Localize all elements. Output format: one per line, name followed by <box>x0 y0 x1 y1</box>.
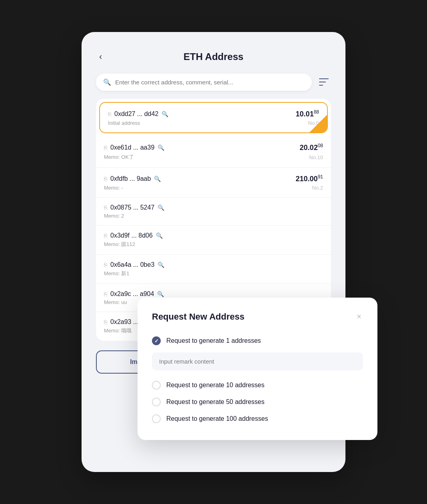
copy-icon[interactable]: ⎘ <box>104 291 107 297</box>
addr-memo: Memo: OK了 <box>104 154 134 161</box>
addr-amount: 20.0208 <box>300 143 323 152</box>
addr-bottom: Memo: 2 <box>104 213 323 219</box>
addr-left: ⎘ 0x6a4a ... 0be3 🔍 <box>104 261 164 268</box>
addr-left: ⎘ 0x3d9f ... 8d06 🔍 <box>104 232 163 239</box>
copy-icon[interactable]: ⎘ <box>104 262 107 268</box>
remark-input[interactable] <box>152 352 363 370</box>
address-item[interactable]: ⎘ 0xdd27 ... dd42 🔍 10.0188 Initial addr… <box>99 102 328 133</box>
addr-top: ⎘ 0x2a9c ... a904 🔍 <box>104 290 323 298</box>
radio-item[interactable]: Request to generate 100 addresses <box>152 410 363 427</box>
copy-icon[interactable]: ⎘ <box>104 232 107 239</box>
addr-bottom: Memo: OK了 No.10 <box>104 154 323 161</box>
addr-memo: Memo: 圆112 <box>104 241 135 248</box>
request-new-address-modal: Request New Address × Request to generat… <box>138 298 377 440</box>
addr-top: ⎘ 0xdd27 ... dd42 🔍 10.0188 <box>108 109 319 118</box>
copy-icon[interactable]: ⎘ <box>104 176 107 182</box>
addr-memo: Memo: 新1 <box>104 270 130 277</box>
radio-item[interactable]: Request to generate 10 addresses <box>152 377 363 394</box>
radio-circle <box>152 336 161 345</box>
search-addr-icon[interactable]: 🔍 <box>154 176 161 182</box>
radio-circle <box>152 398 161 406</box>
addr-text: 0x6a4a ... 0be3 <box>110 261 154 268</box>
address-item[interactable]: ⎘ 0x0875 ... 5247 🔍 Memo: 2 <box>96 198 331 226</box>
radio-item[interactable]: Request to generate 1 addresses <box>152 332 363 349</box>
back-button[interactable]: ‹ <box>96 50 105 64</box>
addr-left: ⎘ 0x2a9c ... a904 🔍 <box>104 290 164 298</box>
address-item[interactable]: ⎘ 0x6a4a ... 0be3 🔍 Memo: 新1 <box>96 255 331 284</box>
addr-top: ⎘ 0xe61d ... aa39 🔍 20.0208 <box>104 143 323 152</box>
addr-memo: Memo: 哦哦 <box>104 327 132 334</box>
addr-text: 0x2a9c ... a904 <box>110 290 154 298</box>
addr-left: ⎘ 0xe61d ... aa39 🔍 <box>104 144 164 151</box>
addr-number: No.2 <box>312 185 323 191</box>
radio-label: Request to generate 100 addresses <box>166 415 268 422</box>
addr-bottom: Memo: - No.2 <box>104 185 323 191</box>
addr-text: 0x0875 ... 5247 <box>110 204 154 211</box>
addr-memo: Memo: uu <box>104 299 127 305</box>
page-title: ETH Address <box>184 51 243 62</box>
copy-icon[interactable]: ⎘ <box>108 111 111 117</box>
radio-label: Request to generate 50 addresses <box>166 398 265 406</box>
modal-title: Request New Address <box>152 312 244 322</box>
filter-button[interactable] <box>317 76 331 89</box>
address-item[interactable]: ⎘ 0xe61d ... aa39 🔍 20.0208 Memo: OK了 No… <box>96 136 331 168</box>
search-addr-icon[interactable]: 🔍 <box>162 111 168 117</box>
radio-label: Request to generate 10 addresses <box>166 382 265 389</box>
addr-left: ⎘ 0xfdfb ... 9aab 🔍 <box>104 175 161 182</box>
search-box: 🔍 <box>96 74 312 91</box>
address-item[interactable]: ⎘ 0x3d9f ... 8d06 🔍 Memo: 圆112 <box>96 226 331 255</box>
addr-text: 0xdd27 ... dd42 <box>114 110 158 118</box>
search-addr-icon[interactable]: 🔍 <box>158 144 164 151</box>
addr-top: ⎘ 0x3d9f ... 8d06 🔍 <box>104 232 323 239</box>
copy-icon[interactable]: ⎘ <box>104 144 107 151</box>
search-addr-icon[interactable]: 🔍 <box>158 262 164 268</box>
addr-memo: Memo: 2 <box>104 213 124 219</box>
addr-left: ⎘ 0xdd27 ... dd42 🔍 <box>108 110 168 118</box>
address-item[interactable]: ⎘ 0xfdfb ... 9aab 🔍 210.0091 Memo: - No.… <box>96 168 331 198</box>
addr-memo: Memo: - <box>104 185 123 191</box>
modal-header: Request New Address × <box>152 310 363 323</box>
addr-text: 0x3d9f ... 8d06 <box>110 232 153 239</box>
modal-close-button[interactable]: × <box>355 310 363 323</box>
app-container: ‹ ETH Address 🔍 ⎘ 0xdd27 ... dd42 🔍 10.0… <box>82 32 345 472</box>
addr-text: 0xfdfb ... 9aab <box>110 175 151 182</box>
modal-options: Request to generate 1 addresses Request … <box>152 332 363 427</box>
radio-label: Request to generate 1 addresses <box>166 337 261 344</box>
radio-item[interactable]: Request to generate 50 addresses <box>152 394 363 410</box>
search-input[interactable] <box>115 79 305 86</box>
addr-top: ⎘ 0x0875 ... 5247 🔍 <box>104 204 323 211</box>
search-addr-icon[interactable]: 🔍 <box>157 291 164 297</box>
header: ‹ ETH Address <box>96 51 331 62</box>
active-indicator <box>309 115 327 132</box>
addr-amount: 210.0091 <box>296 174 323 183</box>
addr-bottom: Initial address No.0 <box>108 120 319 126</box>
addr-top: ⎘ 0xfdfb ... 9aab 🔍 210.0091 <box>104 174 323 183</box>
radio-circle <box>152 381 161 390</box>
search-addr-icon[interactable]: 🔍 <box>158 204 164 211</box>
addr-top: ⎘ 0x6a4a ... 0be3 🔍 <box>104 261 323 268</box>
copy-icon[interactable]: ⎘ <box>104 204 107 211</box>
search-addr-icon[interactable]: 🔍 <box>156 232 163 239</box>
addr-number: No.10 <box>309 154 323 160</box>
addr-left: ⎘ 0x0875 ... 5247 🔍 <box>104 204 164 211</box>
addr-text: 0xe61d ... aa39 <box>110 144 154 151</box>
radio-circle <box>152 414 161 423</box>
addr-memo: Initial address <box>108 120 140 126</box>
addr-bottom: Memo: 新1 <box>104 270 323 277</box>
copy-icon[interactable]: ⎘ <box>104 319 107 325</box>
filter-icon <box>319 78 329 86</box>
search-icon: 🔍 <box>103 78 111 86</box>
addr-bottom: Memo: 圆112 <box>104 241 323 248</box>
search-row: 🔍 <box>96 74 331 91</box>
